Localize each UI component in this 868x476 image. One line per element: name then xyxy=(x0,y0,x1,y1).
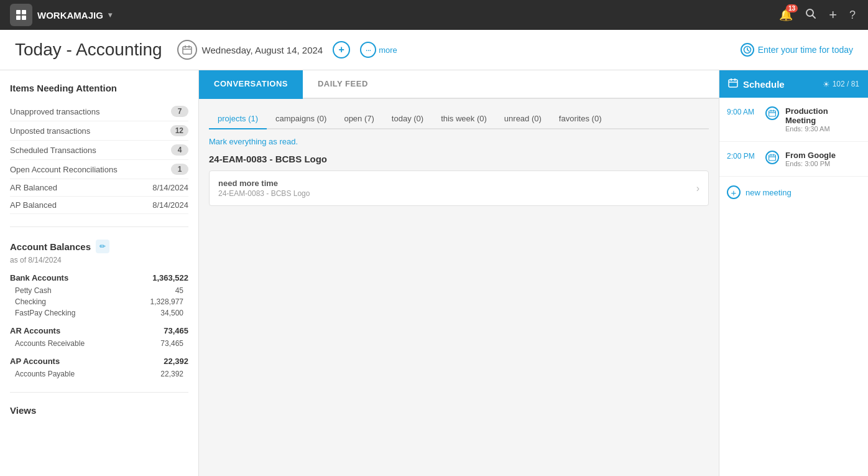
attention-item-value: 12 xyxy=(170,125,188,136)
notifications-button[interactable]: 🔔 13 xyxy=(777,6,795,24)
schedule-header: Schedule ☀ 102 / 81 xyxy=(719,70,868,98)
enter-time-button[interactable]: Enter your time for today xyxy=(741,43,853,57)
attention-item-label: Unposted transactions xyxy=(10,126,90,136)
more-label: more xyxy=(379,45,397,55)
account-balances-title: Account Balances xyxy=(10,241,91,252)
attention-item-label: AR Balanced xyxy=(10,183,57,192)
svg-rect-1 xyxy=(22,10,26,14)
event-time: 9:00 AM xyxy=(727,106,759,116)
add-event-button[interactable]: + xyxy=(333,41,350,58)
balance-sub-item[interactable]: FastPay Checking 34,500 xyxy=(10,307,188,319)
schedule-event-1[interactable]: 9:00 AM Production Meeting Ends: 9:30 AM xyxy=(719,98,868,142)
attention-item-value: 8/14/2024 xyxy=(152,200,188,210)
attention-item-value: 1 xyxy=(171,164,188,175)
conversation-item[interactable]: need more time 24-EAM-0083 - BCBS Logo › xyxy=(209,170,709,206)
schedule-title: Schedule xyxy=(743,79,785,90)
petty-cash-value: 45 xyxy=(175,286,183,295)
attention-item[interactable]: Open Account Reconciliations 1 xyxy=(10,160,188,179)
attention-item[interactable]: Unapproved transactions 7 xyxy=(10,102,188,121)
left-sidebar: Items Needing Attention Unapproved trans… xyxy=(0,70,199,476)
right-panel: Schedule ☀ 102 / 81 9:00 AM xyxy=(719,70,868,476)
notification-badge: 13 xyxy=(786,4,798,12)
tab-conversations[interactable]: CONVERSATIONS xyxy=(199,70,303,99)
conversation-item-subtitle: 24-EAM-0083 - BCBS Logo xyxy=(218,189,310,198)
schedule-event-2[interactable]: 2:00 PM From Google Ends: 3:00 PM xyxy=(719,142,868,177)
search-icon xyxy=(805,8,816,19)
divider xyxy=(10,392,188,393)
more-button[interactable]: ··· more xyxy=(360,42,397,58)
top-navigation: WORKAMAJIG ▾ 🔔 13 + ? xyxy=(0,0,868,30)
conversation-item-content: need more time 24-EAM-0083 - BCBS Logo xyxy=(218,179,310,198)
search-button[interactable] xyxy=(803,6,819,25)
header-date: Wednesday, August 14, 2024 xyxy=(202,45,323,55)
page-header: Today - Accounting Wednesday, August 14,… xyxy=(0,30,868,70)
page-wrapper: Today - Accounting Wednesday, August 14,… xyxy=(0,30,868,476)
svg-line-12 xyxy=(747,50,749,51)
attention-item[interactable]: Scheduled Transactions 4 xyxy=(10,141,188,160)
main-panel: CONVERSATIONS DAILY FEED projects (1) ca… xyxy=(199,70,719,476)
add-button[interactable]: + xyxy=(826,4,839,26)
clock-icon xyxy=(741,43,754,57)
event-title: From Google xyxy=(785,151,836,160)
enter-time-label: Enter your time for today xyxy=(758,45,853,55)
balance-sub-item[interactable]: Accounts Receivable 73,465 xyxy=(10,338,188,349)
conversation-group-title: 24-EAM-0083 - BCBS Logo xyxy=(209,154,709,164)
svg-rect-3 xyxy=(22,16,26,20)
help-button[interactable]: ? xyxy=(847,6,858,24)
ap-accounts-label: AP Accounts xyxy=(10,357,60,366)
account-balances-header: Account Balances ✏ xyxy=(10,240,188,253)
app-menu-chevron[interactable]: ▾ xyxy=(108,11,112,19)
balance-sub-item[interactable]: Accounts Payable 22,392 xyxy=(10,368,188,380)
bank-accounts-group: Bank Accounts 1,363,522 Petty Cash 45 Ch… xyxy=(10,273,188,319)
event-time: 2:00 PM xyxy=(727,151,759,161)
balance-sub-item[interactable]: Checking 1,328,977 xyxy=(10,296,188,307)
attention-item[interactable]: Unposted transactions 12 xyxy=(10,121,188,141)
mark-everything-as-read[interactable]: Mark everything as read. xyxy=(209,137,709,146)
svg-rect-0 xyxy=(16,10,21,14)
ar-accounts-label: AR Accounts xyxy=(10,326,60,335)
header-date-area: Wednesday, August 14, 2024 xyxy=(177,40,323,60)
attention-item[interactable]: AP Balanced 8/14/2024 xyxy=(10,197,188,214)
attention-item-label: AP Balanced xyxy=(10,200,57,210)
schedule-count-value: 102 / 81 xyxy=(833,80,859,88)
svg-rect-13 xyxy=(729,80,737,87)
calendar-icon xyxy=(177,40,197,60)
attention-item[interactable]: AR Balanced 8/14/2024 xyxy=(10,179,188,197)
fastpay-checking-value: 34,500 xyxy=(160,309,183,317)
accounts-payable-value: 22,392 xyxy=(160,370,183,378)
conversations-filter-bar: projects (1) campaigns (0) open (7) toda… xyxy=(209,109,709,129)
account-balances-edit-button[interactable]: ✏ xyxy=(96,240,109,253)
filter-projects[interactable]: projects (1) xyxy=(209,109,267,129)
schedule-count: ☀ 102 / 81 xyxy=(823,80,859,89)
attention-item-label: Unapproved transactions xyxy=(10,107,100,116)
ap-accounts-group: AP Accounts 22,392 Accounts Payable 22,3… xyxy=(10,357,188,380)
event-ends: Ends: 9:30 AM xyxy=(785,125,861,133)
filter-unread[interactable]: unread (0) xyxy=(496,109,550,129)
filter-today[interactable]: today (0) xyxy=(383,109,432,129)
page-title: Today - Accounting xyxy=(15,40,162,60)
app-logo[interactable]: WORKAMAJIG ▾ xyxy=(10,4,112,26)
filter-favorites[interactable]: favorites (0) xyxy=(550,109,611,129)
items-needing-attention-title: Items Needing Attention xyxy=(10,83,188,93)
checking-label: Checking xyxy=(15,297,46,306)
bank-accounts-label: Bank Accounts xyxy=(10,273,68,282)
ar-accounts-total: 73,465 xyxy=(164,326,188,335)
accounts-receivable-label: Accounts Receivable xyxy=(15,339,85,348)
fastpay-checking-label: FastPay Checking xyxy=(15,309,75,317)
conversation-item-arrow: › xyxy=(696,183,699,194)
new-meeting-row[interactable]: + new meeting xyxy=(719,177,868,208)
accounts-payable-label: Accounts Payable xyxy=(15,370,75,378)
account-as-of: as of 8/14/2024 xyxy=(10,256,188,264)
event-info: From Google Ends: 3:00 PM xyxy=(785,151,836,167)
filter-this-week[interactable]: this week (0) xyxy=(432,109,496,129)
ar-accounts-group: AR Accounts 73,465 Accounts Receivable 7… xyxy=(10,326,188,349)
balance-sub-item[interactable]: Petty Cash 45 xyxy=(10,285,188,296)
bank-accounts-total: 1,363,522 xyxy=(152,273,188,282)
tab-daily-feed[interactable]: DAILY FEED xyxy=(303,70,383,99)
schedule-calendar-icon xyxy=(728,78,738,90)
sun-icon: ☀ xyxy=(823,80,830,89)
logo-icon xyxy=(10,4,32,26)
svg-rect-17 xyxy=(769,111,776,116)
filter-campaigns[interactable]: campaigns (0) xyxy=(267,109,335,129)
filter-open[interactable]: open (7) xyxy=(335,109,382,129)
